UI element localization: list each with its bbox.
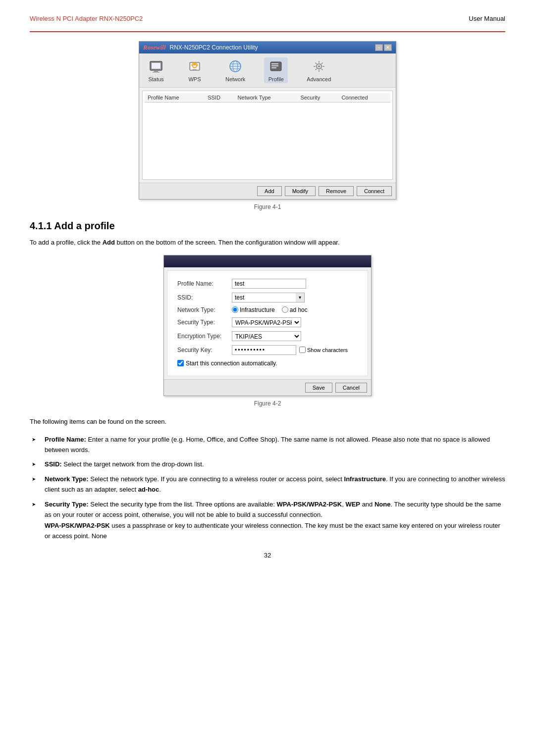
encryption-type-container: TKIP/AES TKIP AES (232, 331, 301, 341)
close-button[interactable]: ✕ (384, 44, 392, 51)
ssid-row: SSID: ▾ (177, 293, 358, 302)
security-key-input[interactable] (232, 345, 296, 355)
table-row-empty (145, 102, 390, 167)
radio-infrastructure[interactable]: Infrastructure (232, 306, 275, 313)
toolbar-wps-label: WPS (188, 76, 201, 82)
header-divider (30, 31, 505, 32)
window-logo: Rosewill (143, 44, 166, 51)
connect-button[interactable]: Connect (357, 186, 392, 196)
svg-rect-3 (153, 72, 160, 73)
security-type-label: Security Type: (177, 319, 232, 326)
svg-rect-17 (271, 67, 276, 68)
window-title: RNX-N250PC2 Connection Utility (170, 44, 258, 51)
section-heading: 4.1.1 Add a profile (30, 220, 505, 232)
security-type-row: Security Type: WPA-PSK/WPA2-PSK WEP None (177, 317, 358, 327)
wps-icon (187, 58, 203, 74)
show-characters-checkbox[interactable] (299, 347, 306, 353)
security-key-label: Security Key: (177, 347, 232, 353)
radio-infrastructure-input[interactable] (232, 306, 238, 313)
radio-adhoc[interactable]: ad hoc (282, 306, 308, 313)
config-window: Profile Name: SSID: ▾ Network Type: Infr… (163, 255, 372, 396)
toolbar-advanced[interactable]: Advanced (303, 57, 335, 83)
toolbar-profile[interactable]: Profile (264, 57, 288, 83)
col-profile-name: Profile Name (145, 93, 205, 102)
network-type-row: Network Type: Infrastructure ad hoc (177, 306, 358, 313)
save-button[interactable]: Save (305, 383, 332, 393)
figure-2-label: Figure 4-2 (30, 400, 505, 407)
svg-point-19 (318, 65, 320, 67)
encryption-type-row: Encryption Type: TKIP/AES TKIP AES (177, 331, 358, 341)
modify-button[interactable]: Modify (285, 186, 316, 196)
remove-button[interactable]: Remove (319, 186, 354, 196)
security-key-row: Security Key: Show characters (177, 345, 358, 355)
col-ssid: SSID (205, 93, 234, 102)
profile-table: Profile Name SSID Network Type Security … (145, 93, 390, 167)
toolbar: Status WPS Network Profile Advanced (139, 53, 396, 88)
svg-rect-16 (271, 65, 278, 66)
toolbar-status[interactable]: Status (144, 57, 168, 83)
toolbar-network[interactable]: Network (221, 57, 249, 83)
connection-utility-window: Rosewill RNX-N250PC2 Connection Utility … (139, 41, 396, 200)
auto-connect-row: Start this connection automatically. (177, 360, 358, 367)
ssid-label: SSID: (177, 294, 232, 301)
ssid-input[interactable] (232, 293, 296, 302)
bullet-ssid: SSID: Select the target network from the… (40, 459, 505, 469)
network-type-label: Network Type: (177, 306, 232, 313)
bullet-list: Profile Name: Enter a name for your prof… (40, 434, 505, 542)
svg-rect-7 (194, 64, 196, 65)
show-characters-container: Show characters (299, 347, 348, 353)
profile-table-container: Profile Name SSID Network Type Security … (142, 91, 393, 180)
status-icon (148, 58, 164, 74)
security-type-container: WPA-PSK/WPA2-PSK WEP None (232, 317, 301, 327)
col-security: Security (297, 93, 338, 102)
window1-footer: Add Modify Remove Connect (139, 183, 396, 199)
svg-rect-1 (152, 63, 160, 69)
ssid-dropdown-arrow[interactable]: ▾ (296, 293, 305, 302)
col-connected: Connected (338, 93, 390, 102)
profile-name-row: Profile Name: (177, 279, 358, 289)
window-controls: − ✕ (375, 44, 392, 51)
profile-name-input[interactable] (232, 279, 306, 289)
add-button[interactable]: Add (257, 186, 282, 196)
network-icon (227, 58, 243, 74)
show-characters-label: Show characters (307, 347, 348, 353)
radio-adhoc-label: ad hoc (290, 306, 308, 313)
advanced-icon (311, 58, 327, 74)
auto-connect-label: Start this connection automatically. (186, 360, 277, 367)
intro-text: To add a profile, click the Add button o… (30, 238, 505, 248)
bullet-security-type: Security Type: Select the security type … (40, 499, 505, 542)
toolbar-profile-label: Profile (268, 76, 284, 82)
ssid-select-container: ▾ (232, 293, 305, 302)
profile-name-label: Profile Name: (177, 280, 232, 287)
svg-rect-15 (271, 63, 278, 64)
page-number: 32 (30, 552, 505, 559)
header-left: Wireless N PCI Adapter RNX-N250PC2 (30, 15, 143, 22)
network-type-radio-group: Infrastructure ad hoc (232, 306, 308, 313)
config-footer: Save Cancel (164, 379, 371, 396)
profile-icon (268, 58, 284, 74)
toolbar-network-label: Network (225, 76, 245, 82)
toolbar-advanced-label: Advanced (307, 76, 331, 82)
figure-1-label: Figure 4-1 (30, 203, 505, 210)
radio-infrastructure-label: Infrastructure (240, 306, 275, 313)
config-titlebar (164, 255, 371, 267)
minimize-button[interactable]: − (375, 44, 383, 51)
bullet-network-type: Network Type: Select the network type. I… (40, 474, 505, 495)
encryption-type-label: Encryption Type: (177, 333, 232, 340)
bullet-profile-name: Profile Name: Enter a name for your prof… (40, 434, 505, 455)
config-body: Profile Name: SSID: ▾ Network Type: Infr… (167, 270, 368, 376)
svg-rect-8 (193, 69, 197, 70)
cancel-button[interactable]: Cancel (335, 383, 367, 393)
svg-rect-2 (154, 70, 158, 72)
header-right: User Manual (469, 15, 505, 22)
auto-connect-checkbox[interactable] (177, 360, 184, 366)
toolbar-wps[interactable]: WPS (183, 57, 207, 83)
toolbar-status-label: Status (148, 76, 163, 82)
window-titlebar: Rosewill RNX-N250PC2 Connection Utility … (139, 42, 396, 53)
following-text: The following items can be found on the … (30, 417, 505, 427)
security-type-select[interactable]: WPA-PSK/WPA2-PSK WEP None (232, 317, 301, 327)
radio-adhoc-input[interactable] (282, 306, 288, 313)
col-network-type: Network Type (235, 93, 298, 102)
encryption-type-select[interactable]: TKIP/AES TKIP AES (232, 331, 301, 341)
